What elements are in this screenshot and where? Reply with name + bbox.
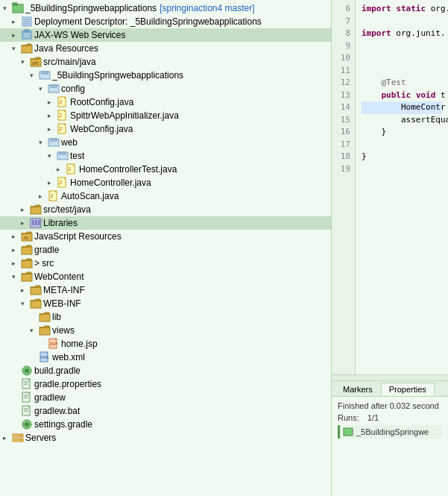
tree-item-webcontent[interactable]: ▾ WebContent bbox=[0, 270, 331, 283]
svg-rect-58 bbox=[40, 314, 50, 321]
tree-item-jax-ws[interactable]: ▸ JAX-WS Web Services bbox=[0, 28, 331, 42]
tree-item-meta-inf[interactable]: ▸ META-INF bbox=[0, 283, 331, 297]
webconfig-label: WebConfig.java bbox=[70, 124, 133, 134]
tree-item-rootconfig[interactable]: ▸ J RootConfig.java bbox=[0, 95, 331, 109]
tree-item-build-gradle[interactable]: ▸ build.gradle bbox=[0, 364, 331, 377]
expand-gradle-props[interactable]: ▸ bbox=[12, 380, 21, 388]
expand-deployment[interactable]: ▸ bbox=[12, 18, 21, 25]
java-file-icon3: J bbox=[57, 123, 69, 135]
expand-js[interactable]: ▸ bbox=[12, 233, 21, 240]
spitter-label: SpittrWebAppInitializer.java bbox=[70, 110, 179, 121]
tree-item-test[interactable]: ▾ test bbox=[0, 149, 331, 163]
tree-item-src-main-java[interactable]: ▾ src src/main/java bbox=[0, 55, 331, 69]
config-label: config bbox=[61, 84, 85, 94]
main-package-label: _5BuildingSpringwebapplications bbox=[52, 70, 183, 81]
tree-item-gradle-folder[interactable]: ▸ gradle bbox=[0, 243, 331, 257]
svg-marker-46 bbox=[22, 232, 31, 233]
tree-item-homecontroller[interactable]: ▸ J HomeController.java bbox=[0, 176, 331, 189]
src-folder-icon: src bbox=[30, 56, 42, 68]
tree-item-homecontrollertest[interactable]: ▸ J HomeControllerTest.java bbox=[0, 163, 331, 176]
expand-webcontent[interactable]: ▾ bbox=[12, 273, 21, 280]
expand-gradle-folder[interactable]: ▸ bbox=[12, 246, 21, 254]
tree-item-views[interactable]: ▾ views bbox=[0, 324, 331, 337]
tree-item-home-jsp[interactable]: ▸ JSP home.jsp bbox=[0, 337, 331, 351]
expand-java-resources[interactable]: ▾ bbox=[12, 45, 21, 52]
svg-rect-29 bbox=[60, 152, 66, 154]
expand-hctest[interactable]: ▸ bbox=[57, 166, 66, 173]
gradlew-bat-icon bbox=[21, 405, 33, 417]
expand-project-root[interactable]: ▾ bbox=[3, 4, 12, 12]
expand-home-jsp[interactable]: ▸ bbox=[39, 340, 48, 348]
svg-text:J: J bbox=[59, 113, 62, 118]
tree-item-servers[interactable]: ▸ Servers bbox=[0, 431, 331, 445]
expand-jaxws[interactable]: ▸ bbox=[12, 31, 21, 39]
servers-label: Servers bbox=[25, 433, 56, 443]
tab-markers[interactable]: Markers bbox=[335, 383, 381, 396]
tree-item-config[interactable]: ▾ config bbox=[0, 82, 331, 95]
expand-spitter[interactable]: ▸ bbox=[48, 112, 57, 119]
expand-build-gradle[interactable]: ▸ bbox=[12, 367, 21, 374]
expand-settings-gradle[interactable]: ▸ bbox=[12, 421, 21, 428]
tree-item-gradle-props[interactable]: ▸ gradle.properties bbox=[0, 377, 331, 391]
xml-icon: XML bbox=[39, 351, 51, 363]
gradle-folder-icon bbox=[21, 244, 33, 256]
tree-item-src-test[interactable]: ▸ src/test/java bbox=[0, 203, 331, 216]
tree-item-project-root[interactable]: ▾ _5BuildingSpringwebapplications [sprin… bbox=[0, 1, 331, 15]
package-icon bbox=[39, 69, 51, 81]
svg-marker-40 bbox=[31, 205, 40, 207]
expand-views[interactable]: ▾ bbox=[30, 327, 39, 334]
tree-item-autoscan[interactable]: ▸ J AutoScan.java bbox=[0, 189, 331, 203]
expand-main-package[interactable]: ▾ bbox=[30, 72, 39, 79]
expand-src-folder[interactable]: ▸ bbox=[12, 260, 21, 267]
finished-label: Finished after 0.032 second bbox=[338, 401, 439, 410]
tree-item-gradlew-bat[interactable]: ▸ gradlew.bat bbox=[0, 404, 331, 418]
tree-item-main-package[interactable]: ▾ _5BuildingSpringwebapplications bbox=[0, 69, 331, 82]
tree-item-web-inf[interactable]: ▾ WEB-INF bbox=[0, 297, 331, 310]
expand-gradlew-bat[interactable]: ▸ bbox=[12, 407, 21, 415]
tree-item-webconfig[interactable]: ▸ J WebConfig.java bbox=[0, 122, 331, 136]
svg-text:J: J bbox=[59, 180, 62, 185]
js-resources-icon: JS bbox=[21, 230, 33, 242]
expand-libraries[interactable]: ▸ bbox=[21, 219, 30, 227]
tree-item-settings-gradle[interactable]: ▸ settings.gradle bbox=[0, 418, 331, 431]
project-tree[interactable]: ▾ _5BuildingSpringwebapplications [sprin… bbox=[0, 0, 332, 496]
tree-item-gradlew[interactable]: ▸ gradlew bbox=[0, 391, 331, 404]
code-editor[interactable]: 6 7 8 9 10 11 12 13 14 15 16 17 18 19 im… bbox=[332, 0, 448, 374]
result-row[interactable]: _5BuildingSpringwe bbox=[338, 425, 442, 439]
tree-item-src-folder[interactable]: ▸ > src bbox=[0, 257, 331, 270]
svg-marker-51 bbox=[22, 259, 31, 260]
expand-rootconfig[interactable]: ▸ bbox=[48, 98, 57, 106]
expand-src-main[interactable]: ▾ bbox=[21, 58, 30, 66]
views-icon bbox=[39, 324, 51, 336]
bottom-tabs: Markers Properties bbox=[332, 381, 448, 397]
expand-hc[interactable]: ▸ bbox=[48, 179, 57, 186]
tree-item-libraries[interactable]: ▸ Libraries bbox=[0, 216, 331, 230]
tab-properties[interactable]: Properties bbox=[381, 383, 435, 396]
expand-webconfig[interactable]: ▸ bbox=[48, 125, 57, 133]
svg-rect-39 bbox=[31, 207, 41, 214]
expand-config[interactable]: ▾ bbox=[39, 85, 48, 92]
tree-item-lib[interactable]: ▸ lib bbox=[0, 310, 331, 324]
expand-test[interactable]: ▾ bbox=[48, 152, 57, 160]
horizontal-scrollbar[interactable] bbox=[332, 374, 448, 380]
expand-web-xml[interactable]: ▸ bbox=[30, 354, 39, 361]
expand-autoscan[interactable]: ▸ bbox=[39, 192, 48, 200]
homecontrollertest-label: HomeControllerTest.java bbox=[79, 164, 177, 175]
expand-gradlew[interactable]: ▸ bbox=[12, 394, 21, 401]
expand-web-inf[interactable]: ▾ bbox=[21, 300, 30, 307]
expand-web[interactable]: ▾ bbox=[39, 139, 48, 146]
deployment-icon bbox=[21, 16, 33, 28]
tree-item-java-resources[interactable]: ▾ Java Resources bbox=[0, 42, 331, 55]
rootconfig-label: RootConfig.java bbox=[70, 97, 133, 107]
tree-item-js-resources[interactable]: ▸ JS JavaScript Resources bbox=[0, 230, 331, 243]
tree-item-web[interactable]: ▾ web bbox=[0, 136, 331, 149]
expand-servers[interactable]: ▸ bbox=[3, 434, 12, 442]
expand-src-test[interactable]: ▸ bbox=[21, 206, 30, 213]
tree-item-web-xml[interactable]: ▸ XML web.xml bbox=[0, 351, 331, 364]
tree-item-spitter[interactable]: ▸ J SpittrWebAppInitializer.java bbox=[0, 109, 331, 122]
expand-meta-inf[interactable]: ▸ bbox=[21, 286, 30, 294]
webcontent-label: WebContent bbox=[34, 271, 84, 282]
svg-rect-88 bbox=[344, 428, 353, 436]
expand-lib[interactable]: ▸ bbox=[30, 313, 39, 321]
tree-item-deployment[interactable]: ▸ Deployment Descriptor: _5BuildingSprin… bbox=[0, 15, 331, 28]
